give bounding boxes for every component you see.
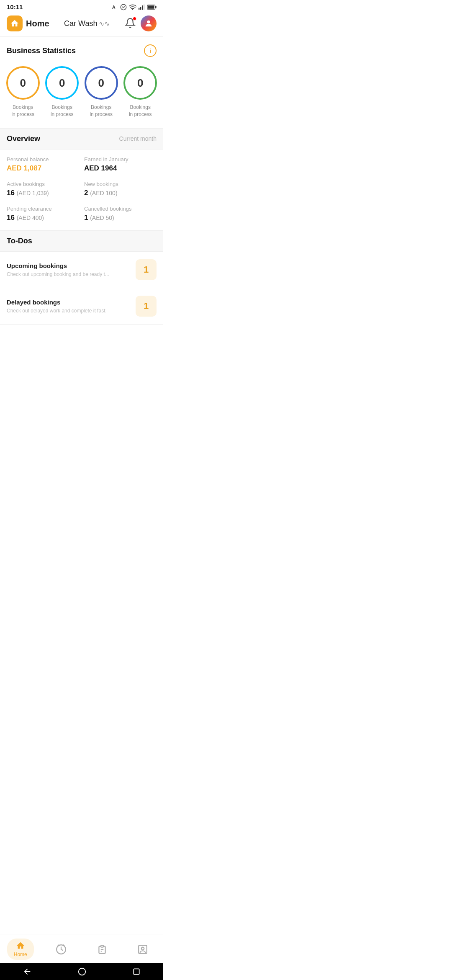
active-bookings-label: Active bookings [7, 181, 79, 187]
svg-point-3 [132, 9, 133, 10]
pending-value: 16 (AED 400) [7, 214, 79, 222]
active-bookings-value: 16 (AED 1,039) [7, 189, 79, 197]
earned-value: AED 1964 [84, 164, 157, 173]
todo-item-0[interactable]: Upcoming bookings Check out upcoming boo… [0, 252, 163, 288]
new-bookings-label: New bookings [84, 181, 157, 187]
stat-item-1[interactable]: 0 Bookingsin process [43, 66, 82, 118]
todo-text-1: Delayed bookings Check out delayed work … [7, 299, 107, 314]
cancelled-label: Cancelled bookings [84, 206, 157, 212]
active-bookings-cell: Active bookings 16 (AED 1,039) [7, 181, 79, 197]
stat-circle-3: 0 [123, 66, 157, 100]
stat-label-2: Bookingsin process [90, 104, 113, 118]
notification-a-icon: A [111, 4, 118, 10]
nav-right [125, 15, 157, 31]
stat-item-0[interactable]: 0 Bookingsin process [3, 66, 43, 118]
stat-item-2[interactable]: 0 Bookingsin process [82, 66, 121, 118]
bell-wrapper[interactable] [125, 18, 136, 30]
avatar[interactable] [141, 15, 157, 31]
svg-rect-9 [155, 6, 157, 8]
cancelled-value: 1 (AED 50) [84, 214, 157, 222]
personal-balance-cell: Personal balance AED 1,087 [7, 156, 79, 173]
parking-icon: P [120, 4, 127, 10]
status-icons: A P [111, 4, 157, 10]
notification-dot [133, 17, 136, 21]
svg-rect-10 [148, 5, 154, 9]
stat-circle-0: 0 [6, 66, 40, 100]
todo-badge-1: 1 [136, 296, 157, 317]
svg-rect-7 [144, 4, 144, 10]
nav-center: Car Wash ∿∿ [64, 19, 110, 28]
todo-title-1: Delayed bookings [7, 299, 107, 306]
pending-cell: Pending clearance 16 (AED 400) [7, 206, 79, 222]
svg-rect-5 [140, 7, 141, 10]
stats-grid: Personal balance AED 1,087 Earned in Jan… [0, 150, 163, 225]
pending-label: Pending clearance [7, 206, 79, 212]
todo-text-0: Upcoming bookings Check out upcoming boo… [7, 262, 109, 277]
earned-cell: Earned in January AED 1964 [84, 156, 157, 173]
wifi-icon [129, 4, 136, 10]
overview-header: Overview Current month [0, 128, 163, 150]
stat-circle-1: 0 [45, 66, 79, 100]
stat-value-3: 0 [137, 77, 143, 90]
signal-icon [139, 4, 145, 10]
stat-value-1: 0 [59, 77, 65, 90]
earned-label: Earned in January [84, 156, 157, 162]
todo-desc-1: Check out delayed work and complete it f… [7, 308, 107, 314]
info-button[interactable]: i [144, 44, 157, 57]
main-content: Business Statistics i 0 Bookingsin proce… [0, 37, 163, 375]
home-icon-btn[interactable] [7, 15, 23, 31]
todo-badge-0: 1 [136, 259, 157, 280]
svg-text:A: A [112, 5, 116, 10]
stat-label-3: Bookingsin process [129, 104, 152, 118]
overview-title: Overview [7, 134, 40, 143]
stat-label-0: Bookingsin process [11, 104, 34, 118]
svg-point-11 [147, 21, 150, 23]
logo-swoosh: ∿∿ [99, 20, 110, 28]
stat-circle-2: 0 [85, 66, 118, 100]
status-bar: 10:11 A P [0, 0, 163, 12]
home-icon [10, 19, 19, 28]
personal-balance-value: AED 1,087 [7, 164, 79, 173]
todo-desc-0: Check out upcoming booking and be ready … [7, 271, 109, 277]
nav-left: Home [7, 15, 49, 31]
svg-rect-6 [142, 5, 143, 10]
todo-title-0: Upcoming bookings [7, 262, 109, 269]
business-stats-header: Business Statistics i [0, 37, 163, 63]
top-nav: Home Car Wash ∿∿ [0, 12, 163, 37]
app-name: Car Wash [64, 19, 97, 28]
avatar-icon [144, 19, 153, 28]
stat-label-1: Bookingsin process [51, 104, 74, 118]
personal-balance-label: Personal balance [7, 156, 79, 162]
todo-item-1[interactable]: Delayed bookings Check out delayed work … [0, 288, 163, 325]
stat-value-0: 0 [20, 77, 26, 90]
stat-item-3[interactable]: 0 Bookingsin process [121, 66, 160, 118]
todos-header: To-Dos [0, 230, 163, 252]
status-time: 10:11 [7, 3, 23, 10]
stat-value-2: 0 [98, 77, 104, 90]
nav-title: Home [26, 19, 49, 28]
cancelled-cell: Cancelled bookings 1 (AED 50) [84, 206, 157, 222]
new-bookings-cell: New bookings 2 (AED 100) [84, 181, 157, 197]
battery-icon [147, 5, 157, 10]
overview-period: Current month [119, 135, 157, 142]
svg-text:P: P [122, 5, 125, 9]
todos-title: To-Dos [7, 237, 32, 245]
new-bookings-value: 2 (AED 100) [84, 189, 157, 197]
svg-rect-4 [139, 8, 139, 10]
business-stats-title: Business Statistics [7, 46, 76, 55]
stats-row: 0 Bookingsin process 0 Bookingsin proces… [0, 63, 163, 128]
